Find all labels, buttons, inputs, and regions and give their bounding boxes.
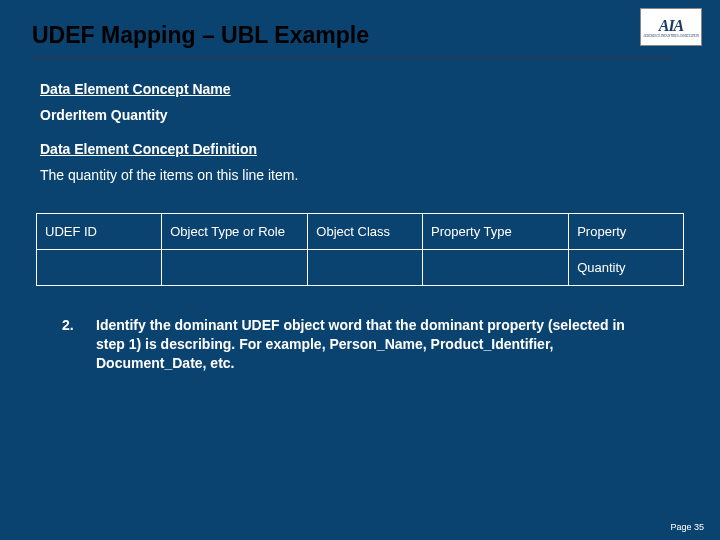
td-property: Quantity	[569, 250, 684, 286]
th-property-type: Property Type	[423, 214, 569, 250]
logo-subtext: AEROSPACE INDUSTRIES ASSOCIATION	[643, 35, 699, 38]
th-udef-id: UDEF ID	[37, 214, 162, 250]
concept-def-label: Data Element Concept Definition	[40, 141, 680, 157]
step-item: 2. Identify the dominant UDEF object wor…	[62, 316, 644, 373]
mapping-table: UDEF ID Object Type or Role Object Class…	[36, 213, 684, 286]
step-number: 2.	[62, 316, 96, 373]
aia-logo: AIA AEROSPACE INDUSTRIES ASSOCIATION	[640, 8, 702, 46]
td-property-type	[423, 250, 569, 286]
td-udef-id	[37, 250, 162, 286]
slide-title: UDEF Mapping – UBL Example	[32, 22, 672, 57]
concept-def-value: The quantity of the items on this line i…	[40, 167, 680, 183]
td-object-class	[308, 250, 423, 286]
table-header-row: UDEF ID Object Type or Role Object Class…	[37, 214, 684, 250]
td-object-type	[162, 250, 308, 286]
th-property: Property	[569, 214, 684, 250]
concept-name-label: Data Element Concept Name	[40, 81, 680, 97]
table-row: Quantity	[37, 250, 684, 286]
th-object-type: Object Type or Role	[162, 214, 308, 250]
page-number: Page 35	[670, 522, 704, 532]
concept-name-value: OrderItem Quantity	[40, 107, 680, 123]
logo-text: AIA	[659, 17, 684, 35]
step-text: Identify the dominant UDEF object word t…	[96, 316, 644, 373]
th-object-class: Object Class	[308, 214, 423, 250]
